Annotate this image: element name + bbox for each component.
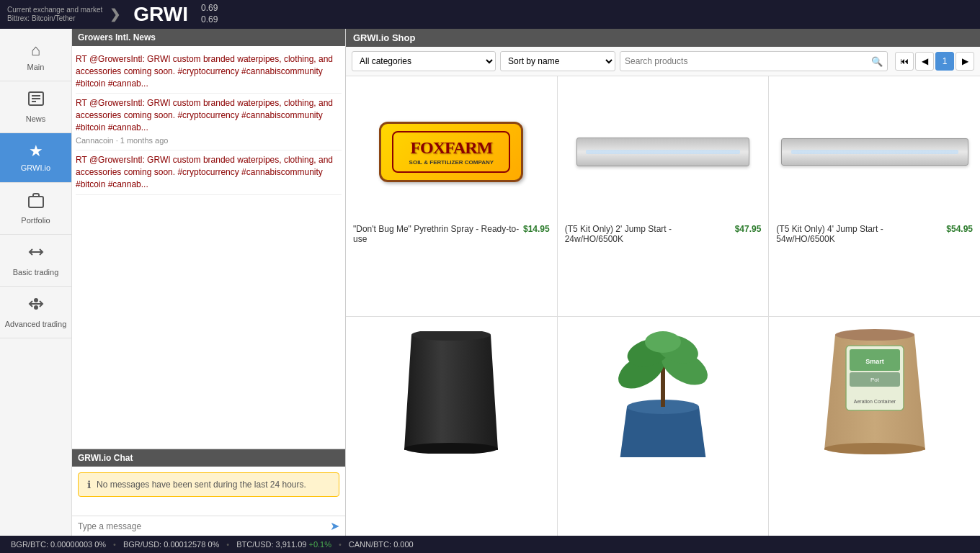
prev-page-button[interactable]: ◀ bbox=[915, 52, 934, 71]
sidebar: ⌂ Main News ★ GRWI.io bbox=[0, 29, 72, 536]
product-card-3[interactable]: (T5 Kit Only) 4' Jump Start - 54w/HO/650… bbox=[769, 76, 980, 316]
product-info-1: "Don't Bug Me" Pyrethrin Spray - Ready-t… bbox=[353, 224, 550, 244]
svg-point-17 bbox=[645, 331, 681, 353]
chat-send-button[interactable]: ➤ bbox=[330, 519, 339, 533]
sidebar-label-portfolio: Portfolio bbox=[21, 216, 50, 225]
product-info-3: (T5 Kit Only) 4' Jump Start - 54w/HO/650… bbox=[776, 224, 973, 244]
news-section-header: Growers Intl. News bbox=[72, 29, 345, 46]
product-image-4 bbox=[353, 328, 550, 457]
ticker-bgr-usd: BGR/USD: 0.00012578 0% bbox=[123, 540, 219, 549]
product-name-1: "Don't Bug Me" Pyrethrin Spray - Ready-t… bbox=[353, 224, 523, 244]
sidebar-label-news: News bbox=[26, 114, 46, 124]
shop-toolbar: All categories Growing Supplies Lighting… bbox=[346, 47, 980, 76]
t5-fixture-2ft bbox=[576, 138, 749, 166]
svg-point-7 bbox=[35, 299, 37, 302]
chat-notice-text: No messages have been sent during the la… bbox=[97, 480, 306, 490]
ticker-btc-usd-change: +0.1% bbox=[308, 540, 331, 549]
product-card-4[interactable] bbox=[346, 317, 557, 536]
news-meta-2: Cannacoin · 1 months ago bbox=[76, 135, 342, 146]
home-icon: ⌂ bbox=[31, 41, 40, 60]
price-block: 0.69 0.69 bbox=[201, 3, 218, 25]
main-layout: ⌂ Main News ★ GRWI.io bbox=[0, 29, 980, 536]
plant-pot-svg bbox=[605, 328, 721, 457]
star-icon: ★ bbox=[29, 142, 43, 161]
svg-rect-4 bbox=[29, 197, 43, 207]
news-section: Growers Intl. News RT @GrowersIntl: GRWI… bbox=[72, 29, 345, 449]
header: Current exchange and market Bittrex: Bit… bbox=[0, 0, 980, 29]
svg-text:Pot: Pot bbox=[870, 377, 880, 383]
basic-trading-icon bbox=[27, 243, 45, 265]
news-section-title: Growers Intl. News bbox=[78, 32, 156, 42]
product-image-2 bbox=[565, 87, 762, 217]
chat-notice: ℹ No messages have been sent during the … bbox=[78, 472, 339, 497]
shop-title: GRWI.io Shop bbox=[353, 32, 415, 43]
shop-header: GRWI.io Shop bbox=[346, 29, 980, 47]
product-image-5 bbox=[565, 328, 762, 457]
product-card-2[interactable]: (T5 Kit Only) 2' Jump Start - 24w/HO/650… bbox=[558, 76, 769, 316]
ticker-cann-btc-value: 0.000 bbox=[393, 540, 414, 549]
ticker-bgr-btc-change: 0% bbox=[94, 540, 106, 549]
portfolio-icon bbox=[27, 192, 45, 213]
product-card-6[interactable]: Smart Pot Aeration Container bbox=[769, 317, 980, 536]
ticker-sep-2: • bbox=[226, 540, 229, 549]
category-select[interactable]: All categories Growing Supplies Lighting… bbox=[352, 51, 496, 71]
pagination-controls: ⏮ ◀ 1 ▶ bbox=[895, 52, 974, 71]
sidebar-item-main[interactable]: ⌂ Main bbox=[0, 32, 71, 81]
product-info-2: (T5 Kit Only) 2' Jump Start - 24w/HO/650… bbox=[565, 224, 762, 244]
price-high: 0.69 bbox=[201, 3, 218, 14]
ticker-bgr-btc-value: 0.00000003 bbox=[50, 540, 92, 549]
ticker-bgr-btc-pair: BGR/BTC: bbox=[11, 540, 50, 549]
first-page-button[interactable]: ⏮ bbox=[895, 52, 914, 71]
product-name-2: (T5 Kit Only) 2' Jump Start - 24w/HO/650… bbox=[565, 224, 735, 244]
chat-section-header: GRWI.io Chat bbox=[72, 449, 345, 467]
search-icon[interactable]: 🔍 bbox=[867, 56, 887, 67]
black-pot-svg bbox=[401, 331, 502, 454]
svg-point-18 bbox=[835, 329, 914, 341]
center-panel: Growers Intl. News RT @GrowersIntl: GRWI… bbox=[72, 29, 346, 536]
ticker-bgr-btc: BGR/BTC: 0.00000003 0% bbox=[11, 540, 106, 549]
product-price-2: $47.95 bbox=[735, 224, 762, 234]
ticker-cann-btc-pair: CANN/BTC: bbox=[349, 540, 393, 549]
ticker-cann-btc: CANN/BTC: 0.000 bbox=[349, 540, 414, 549]
product-grid: FOXFARM SOIL & FERTILIZER COMPANY "Don't… bbox=[346, 76, 980, 536]
news-item: RT @GrowersIntl: GRWI custom branded wat… bbox=[76, 150, 342, 194]
sidebar-item-advanced-trading[interactable]: Advanced trading bbox=[0, 287, 71, 338]
chat-input-area: ➤ bbox=[72, 516, 345, 536]
price-low: 0.69 bbox=[201, 14, 218, 26]
chat-message-input[interactable] bbox=[78, 521, 330, 531]
sidebar-item-portfolio[interactable]: Portfolio bbox=[0, 183, 71, 235]
product-card-1[interactable]: FOXFARM SOIL & FERTILIZER COMPANY "Don't… bbox=[346, 76, 557, 316]
exchange-info: Current exchange and market Bittrex: Bit… bbox=[7, 6, 102, 23]
advanced-trading-icon bbox=[27, 295, 45, 317]
arrow-icon: ❯ bbox=[110, 6, 120, 22]
news-list[interactable]: RT @GrowersIntl: GRWI custom branded wat… bbox=[72, 46, 345, 449]
product-image-6: Smart Pot Aeration Container bbox=[776, 328, 973, 457]
exchange-name: Bittrex: Bitcoin/Tether bbox=[7, 14, 102, 23]
news-text-3: RT @GrowersIntl: GRWI custom branded wat… bbox=[76, 154, 342, 190]
sidebar-label-main: Main bbox=[27, 63, 45, 72]
sidebar-label-advanced-trading: Advanced trading bbox=[5, 320, 67, 329]
ticker-bgr-usd-change: 0% bbox=[208, 540, 219, 549]
shop-panel: GRWI.io Shop All categories Growing Supp… bbox=[346, 29, 980, 536]
product-card-5[interactable] bbox=[558, 317, 769, 536]
news-text-2: RT @GrowersIntl: GRWI custom branded wat… bbox=[76, 97, 342, 133]
info-icon: ℹ bbox=[87, 479, 91, 490]
chat-body: ℹ No messages have been sent during the … bbox=[72, 467, 345, 516]
news-icon bbox=[27, 90, 45, 112]
ticker-sep-1: • bbox=[113, 540, 116, 549]
exchange-label: Current exchange and market bbox=[7, 6, 102, 14]
svg-point-25 bbox=[824, 443, 925, 454]
sidebar-label-basic-trading: Basic trading bbox=[13, 268, 59, 277]
search-input[interactable] bbox=[620, 56, 867, 66]
sidebar-item-basic-trading[interactable]: Basic trading bbox=[0, 235, 71, 287]
sidebar-item-grwlio[interactable]: ★ GRWI.io bbox=[0, 133, 71, 182]
ticker-symbol: GRWI bbox=[133, 3, 188, 26]
search-box: 🔍 bbox=[620, 51, 888, 71]
product-name-3: (T5 Kit Only) 4' Jump Start - 54w/HO/650… bbox=[776, 224, 946, 244]
news-text-1: RT @GrowersIntl: GRWI custom branded wat… bbox=[76, 53, 342, 89]
sidebar-item-news[interactable]: News bbox=[0, 81, 71, 133]
current-page-button[interactable]: 1 bbox=[935, 52, 954, 71]
next-page-button[interactable]: ▶ bbox=[956, 52, 974, 71]
sidebar-label-grwlio: GRWI.io bbox=[21, 163, 50, 173]
sort-select[interactable]: Sort by name Sort by price Sort by newes… bbox=[500, 51, 615, 71]
